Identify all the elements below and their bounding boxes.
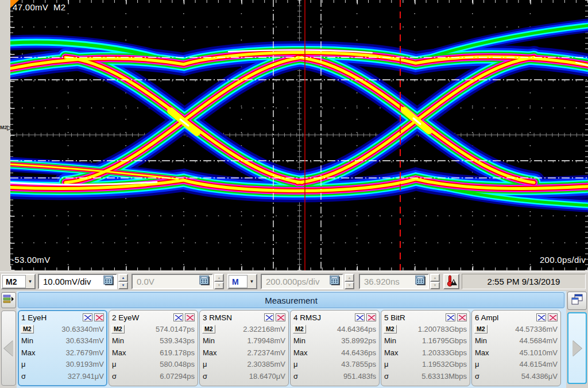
eye-plot-red-icon[interactable] bbox=[185, 313, 195, 321]
max-value: 45.1010mV bbox=[520, 348, 558, 357]
max-label: Max bbox=[203, 348, 221, 357]
eye-plot-blue-icon[interactable] bbox=[264, 313, 274, 321]
stddev-label: σ bbox=[203, 372, 221, 381]
layers-menu-icon bbox=[3, 294, 14, 306]
temperature-warning-icon bbox=[445, 274, 458, 289]
source-badge: M2 bbox=[111, 325, 125, 333]
mean-label: μ bbox=[203, 360, 221, 368]
spin-up-icon: ▲ bbox=[430, 274, 440, 282]
eye-plot-blue-icon[interactable] bbox=[83, 313, 92, 321]
panel-title: 3 RMSN bbox=[203, 313, 232, 322]
vertical-offset-value: 0.0V bbox=[137, 277, 199, 286]
stddev-value: 951.483fs bbox=[343, 372, 376, 381]
channel-select[interactable]: M2 ▼ bbox=[1, 274, 36, 289]
vertical-scale-spinner[interactable]: ▲ ▼ bbox=[118, 274, 128, 289]
max-label: Max bbox=[293, 348, 312, 357]
spin-down-icon: ▼ bbox=[430, 282, 440, 290]
source-badge: M2 bbox=[202, 325, 215, 333]
source-badge: M2 bbox=[474, 325, 488, 333]
eye-diagram-display: 47.00mV M2 -53.00mV 200.0ps/div bbox=[10, 0, 588, 270]
eye-plot-blue-icon[interactable] bbox=[536, 313, 546, 321]
horizontal-position-field: 36.920ns bbox=[359, 274, 429, 289]
eye-diagram-svg bbox=[10, 0, 588, 270]
source-badge: M2 bbox=[21, 325, 34, 333]
min-label: Min bbox=[21, 336, 40, 345]
eye-plot-red-icon[interactable] bbox=[94, 313, 104, 321]
measurement-panel-eyeh[interactable]: 1 EyeH M230.63340mV Min30.6334mV Max32.7… bbox=[18, 310, 107, 386]
window-restore-icon bbox=[571, 294, 583, 308]
horizontal-position-spinner: ▲ ▼ bbox=[430, 274, 440, 289]
vertical-scale-value: 10.00mV/div bbox=[43, 277, 103, 286]
mean-label: μ bbox=[112, 360, 130, 368]
scroll-right-button[interactable] bbox=[567, 312, 587, 384]
horizontal-scale-field: 200.000ps/div bbox=[261, 274, 343, 289]
max-value: 2.72374mV bbox=[247, 348, 286, 357]
results-setup-button[interactable] bbox=[1, 292, 16, 308]
timebase-select[interactable]: M ▼ bbox=[227, 274, 257, 289]
restore-window-button[interactable] bbox=[567, 292, 587, 310]
measurement-title-bar: Measurement bbox=[18, 292, 564, 308]
min-label: Min bbox=[384, 336, 403, 345]
calculator-icon bbox=[415, 276, 427, 288]
eye-plot-blue-icon[interactable] bbox=[446, 313, 455, 321]
stddev-value: 327.941μV bbox=[68, 372, 104, 381]
min-value: 1.79948mV bbox=[247, 336, 286, 345]
temperature-warning-button[interactable] bbox=[443, 274, 459, 289]
mean-value: 1.19532Gbps bbox=[422, 360, 467, 368]
vertical-max-channel: M2 bbox=[53, 2, 65, 12]
measurement-section: Measurement 1 EyeH bbox=[0, 291, 588, 388]
oscilloscope-screen: M2▷ bbox=[0, 0, 588, 388]
measurement-panel-bitr[interactable]: 5 BitR M21.200783Gbps Min1.16795Gbps Max… bbox=[381, 310, 470, 386]
stddev-label: σ bbox=[384, 372, 403, 381]
arrow-right-icon bbox=[572, 340, 582, 356]
source-badge: M2 bbox=[384, 325, 397, 333]
stddev-label: σ bbox=[475, 372, 493, 381]
max-label: Max bbox=[475, 348, 493, 357]
panel-title: 2 EyeW bbox=[112, 313, 139, 322]
vertical-offset-field: 0.0V bbox=[131, 274, 213, 289]
calculator-icon bbox=[199, 276, 211, 288]
scroll-left-button[interactable] bbox=[1, 311, 16, 386]
eye-plot-red-icon[interactable] bbox=[366, 313, 376, 321]
measurement-panels: 1 EyeH M230.63340mV Min30.6334mV Max32.7… bbox=[18, 310, 566, 386]
vertical-scale-field[interactable]: 10.00mV/div bbox=[38, 274, 117, 289]
max-label: Max bbox=[384, 348, 403, 357]
mean-value: 2.30385mV bbox=[247, 360, 286, 368]
chevron-down-icon: ▼ bbox=[247, 275, 256, 288]
max-value: 1.20333Gbps bbox=[422, 348, 467, 357]
current-value: 1.200783Gbps bbox=[418, 325, 467, 333]
mean-label: μ bbox=[384, 360, 403, 368]
channel-select-value: M2 bbox=[2, 275, 26, 288]
stddev-value: 54.4386μV bbox=[521, 372, 558, 381]
spin-down-icon: ▼ bbox=[345, 282, 354, 290]
spin-up-icon: ▲ bbox=[214, 274, 224, 282]
eye-plot-blue-icon[interactable] bbox=[355, 313, 365, 321]
control-toolbar: M2 ▼ 10.00mV/div ▲ ▼ 0.0V ▲ ▼ M ▼ bbox=[0, 271, 588, 292]
measurement-panel-rmsn[interactable]: 3 RMSN M22.322168mV Min1.79948mV Max2.72… bbox=[199, 310, 289, 386]
eye-plot-red-icon[interactable] bbox=[548, 313, 558, 321]
min-label: Min bbox=[203, 336, 221, 345]
vertical-max-value: 47.00mV bbox=[13, 2, 48, 12]
source-badge: M2 bbox=[293, 325, 306, 333]
spin-down-icon[interactable]: ▼ bbox=[118, 282, 128, 290]
vertical-min-label: -53.00mV bbox=[11, 255, 50, 265]
measurement-panel-ampl[interactable]: 6 Ampl M244.57336mV Min44.5684mV Max45.1… bbox=[471, 310, 561, 386]
current-value: 30.63340mV bbox=[61, 325, 104, 333]
measurement-panel-rmsj[interactable]: 4 RMSJ M244.64364ps Min35.8992ps Max44.6… bbox=[290, 310, 380, 386]
max-value: 44.6436ps bbox=[341, 348, 376, 357]
eye-plot-red-icon[interactable] bbox=[457, 313, 467, 321]
horizontal-scale-spinner: ▲ ▼ bbox=[345, 274, 354, 289]
mean-label: μ bbox=[475, 360, 493, 368]
horizontal-scale-value: 200.000ps/div bbox=[266, 277, 330, 286]
panel-title: 5 BitR bbox=[384, 313, 405, 322]
current-value: 44.64364ps bbox=[337, 325, 376, 333]
max-label: Max bbox=[112, 348, 130, 357]
min-value: 1.16795Gbps bbox=[422, 336, 467, 345]
eye-plot-blue-icon[interactable] bbox=[173, 313, 183, 321]
calculator-icon[interactable] bbox=[103, 276, 115, 288]
min-label: Min bbox=[112, 336, 130, 345]
eye-plot-red-icon[interactable] bbox=[276, 313, 285, 321]
min-value: 35.8992ps bbox=[341, 336, 376, 345]
spin-up-icon[interactable]: ▲ bbox=[118, 274, 128, 282]
measurement-panel-eyew[interactable]: 2 EyeW M2574.0147ps Min539.343ps Max619.… bbox=[109, 310, 198, 386]
